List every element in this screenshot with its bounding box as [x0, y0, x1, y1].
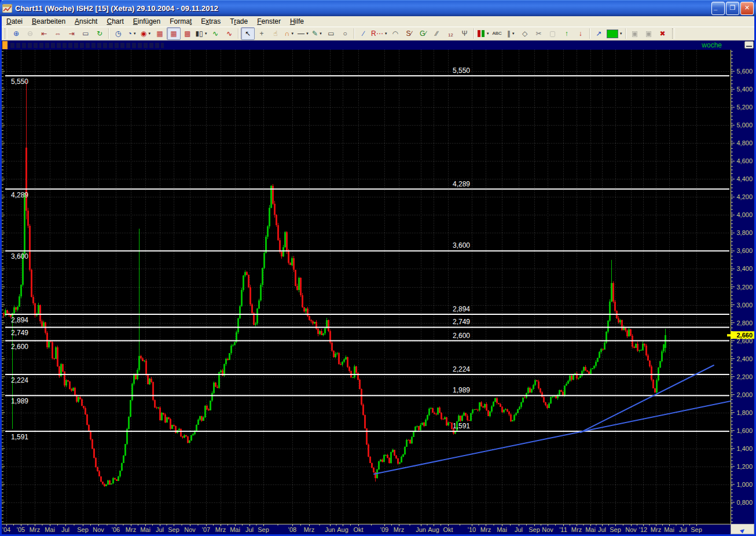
title-bar[interactable]: Chart11 (Woche) ISH2 [15] (Xetra) 29.10.… [0, 0, 756, 16]
svg-text:2,660: 2,660 [736, 332, 753, 339]
svg-text:4,400: 4,400 [736, 175, 753, 182]
speed-lines-tool-button[interactable]: S∕ [402, 27, 416, 40]
grid-fine-button[interactable]: ▦ [153, 27, 167, 40]
period-label: woche [702, 41, 722, 49]
minimize-button[interactable]: _ [711, 2, 725, 15]
color-swatch-picker[interactable]: ▼ [606, 27, 623, 40]
magnet-tool-button[interactable]: ∩▼ [282, 27, 296, 40]
menu-item-trade[interactable]: Trade [225, 16, 252, 26]
menu-item-ansicht[interactable]: Ansicht [70, 16, 102, 26]
svg-text:2,894: 2,894 [11, 316, 28, 324]
menu-item-datei[interactable]: Datei [2, 16, 27, 26]
delete-drawing-button[interactable]: ✖ [656, 27, 670, 40]
send-backward-button[interactable]: ▣ [628, 27, 642, 40]
pitchfork-tool-button[interactable]: Ψ [458, 27, 472, 40]
svg-text:1,591: 1,591 [453, 422, 470, 430]
svg-text:Jul: Jul [598, 526, 606, 533]
indicator-overlay-button[interactable]: ∿ [208, 27, 222, 40]
svg-text:2,749: 2,749 [453, 318, 470, 326]
close-button[interactable]: ✕ [740, 2, 754, 15]
svg-text:4,289: 4,289 [453, 180, 470, 188]
bring-forward-button[interactable]: ▣ [642, 27, 656, 40]
indicator-new-button[interactable]: ∿ [222, 27, 236, 40]
svg-text:5,200: 5,200 [736, 104, 753, 111]
trendline-tool-button[interactable]: ∕ [357, 27, 370, 40]
svg-text:Mai: Mai [45, 526, 55, 533]
compress-range-button[interactable]: ⇔ [51, 27, 65, 40]
candlestick-style-button[interactable]: ▮▯▼ [194, 27, 208, 40]
menu-item-bearbeiten[interactable]: Bearbeiten [27, 16, 70, 26]
candle-color-button[interactable]: ▼ [476, 27, 490, 40]
arc-tool-button[interactable]: ◠ [388, 27, 402, 40]
svg-text:Mai: Mai [497, 526, 507, 533]
parallel-channel-button[interactable]: ∕∕ [430, 27, 444, 40]
svg-text:2,749: 2,749 [11, 329, 28, 337]
arrow-up-marker-button[interactable]: ↑ [560, 27, 574, 40]
menu-item-chart[interactable]: Chart [102, 16, 128, 26]
menu-item-extras[interactable]: Extras [196, 16, 225, 26]
svg-text:5,000: 5,000 [736, 122, 753, 129]
toolbar-separator [589, 28, 590, 39]
svg-text:Sep: Sep [258, 526, 269, 533]
svg-text:Jul: Jul [156, 526, 164, 533]
svg-text:1,989: 1,989 [11, 397, 28, 405]
line-tool-button[interactable]: —▼ [296, 27, 310, 40]
rectangle-tool-button[interactable]: ▭ [324, 27, 338, 40]
cut-tool-button[interactable]: ✂ [532, 27, 546, 40]
text-tool-button[interactable]: ABC [490, 27, 504, 40]
color-wheel-button[interactable]: ◉▼ [139, 27, 153, 40]
retracement-tool-button[interactable]: R⋯▼ [370, 27, 388, 40]
price-chart[interactable]: 5,6005,4005,2005,0004,8004,6004,4004,200… [2, 50, 754, 534]
zoom-out-button[interactable]: ⊖ [23, 27, 37, 40]
hand-tool-button[interactable]: ☝ [269, 27, 282, 40]
region-select-button[interactable]: ▢ [546, 27, 560, 40]
app-icon [2, 4, 12, 13]
compress-left-button[interactable]: ⇤ [37, 27, 51, 40]
pointer-tool-button[interactable]: ↖ [241, 27, 255, 40]
svg-text:1,600: 1,600 [736, 427, 753, 434]
app-window: Chart11 (Woche) ISH2 [15] (Xetra) 29.10.… [0, 0, 756, 536]
zoom-in-button[interactable]: ⊕ [9, 27, 23, 40]
toolbar: ⊕⊖⇤⇔⇥▭↻◷◔▼◉▼▦▦▩▮▯▼∿∿↖+☝∩▼—▼✎▼▭○∕R⋯▼◠S∕G∕… [2, 27, 754, 41]
svg-text:1,400: 1,400 [736, 445, 753, 452]
svg-text:2,400: 2,400 [736, 355, 753, 362]
ellipse-tool-button[interactable]: ○ [338, 27, 352, 40]
fibonacci-zones-button[interactable]: ₁₂ [444, 27, 458, 40]
svg-text:Jun: Jun [325, 526, 335, 533]
grid-coarse-button[interactable]: ▩ [181, 27, 194, 40]
shift-right-button[interactable]: ⇥ [65, 27, 79, 40]
svg-text:'07: '07 [202, 526, 210, 533]
corner-flag-button[interactable]: ► [731, 524, 754, 534]
range-frame-button[interactable]: ▭ [79, 27, 93, 40]
period-button[interactable]: ◔▼ [125, 27, 139, 40]
svg-text:5,600: 5,600 [736, 68, 753, 75]
diamond-tool-button[interactable]: ◇ [518, 27, 532, 40]
svg-text:Jul: Jul [61, 526, 69, 533]
apply-template-button[interactable]: ↗ [592, 27, 606, 40]
svg-text:4,800: 4,800 [736, 139, 753, 146]
menu-item-einfgen[interactable]: Einfügen [129, 16, 165, 26]
svg-text:Mai: Mai [664, 526, 674, 533]
svg-text:Sep: Sep [168, 526, 179, 533]
refresh-button[interactable]: ↻ [93, 27, 107, 40]
menu-item-fenster[interactable]: Fenster [252, 16, 285, 26]
chart-restore-button[interactable] [744, 41, 754, 49]
svg-text:5,400: 5,400 [736, 86, 753, 93]
draw-indicator-button[interactable]: ✎▼ [310, 27, 324, 40]
crosshair-tool-button[interactable]: + [255, 27, 269, 40]
toolbar-separator [625, 28, 626, 39]
clock-button[interactable]: ◷ [111, 27, 125, 40]
maximize-button[interactable]: ❐ [726, 2, 739, 15]
vertical-lines-button[interactable]: ∥▼ [504, 27, 518, 40]
toolbar-grip[interactable] [5, 28, 8, 39]
menu-item-hilfe[interactable]: Hilfe [285, 16, 309, 26]
svg-text:Mrz: Mrz [304, 526, 314, 533]
gann-lines-tool-button[interactable]: G∕ [416, 27, 430, 40]
menu-item-format[interactable]: Format [165, 16, 196, 26]
last-price-badge: 2,660 [727, 331, 754, 339]
svg-text:4,600: 4,600 [736, 157, 753, 164]
svg-text:Nov: Nov [184, 526, 196, 533]
arrow-down-marker-button[interactable]: ↓ [574, 27, 588, 40]
toolbar-grip-right[interactable] [672, 28, 675, 39]
grid-medium-button[interactable]: ▦ [167, 27, 181, 40]
